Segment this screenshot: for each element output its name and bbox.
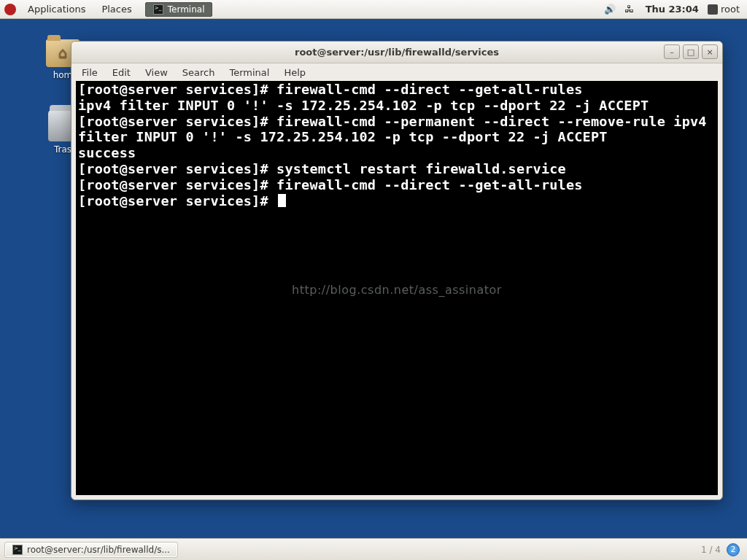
menu-help[interactable]: Help: [278, 66, 311, 79]
menu-edit[interactable]: Edit: [107, 66, 136, 79]
menu-terminal[interactable]: Terminal: [223, 66, 275, 79]
topbar-task-label: Terminal: [168, 4, 205, 15]
menu-search[interactable]: Search: [177, 66, 221, 79]
terminal-icon: [12, 545, 23, 555]
user-menu[interactable]: root: [708, 4, 740, 15]
terminal-window: root@server:/usr/lib/firewalld/services …: [71, 41, 723, 500]
volume-icon[interactable]: 🔊: [604, 4, 616, 15]
clock[interactable]: Thu 23:04: [643, 4, 699, 15]
terminal-viewport[interactable]: [root@server services]# firewall-cmd --d…: [76, 81, 718, 495]
watermark: http://blog.csdn.net/ass_assinator: [76, 284, 718, 298]
terminal-line: [root@server services]# firewall-cmd --d…: [78, 177, 583, 192]
close-button[interactable]: ×: [702, 44, 718, 59]
terminal-line: ipv4 filter INPUT 0 '!' -s 172.25.254.10…: [78, 98, 649, 113]
menubar: File Edit View Search Terminal Help: [71, 63, 722, 81]
minimize-button[interactable]: –: [664, 44, 680, 59]
menu-places[interactable]: Places: [94, 1, 139, 18]
taskbar-item-terminal[interactable]: root@server:/usr/lib/firewalld/s...: [4, 542, 178, 558]
taskbar-item-label: root@server:/usr/lib/firewalld/s...: [27, 545, 170, 555]
topbar-task-terminal[interactable]: Terminal: [145, 2, 213, 17]
terminal-icon: [153, 4, 163, 15]
top-panel: Applications Places Terminal 🔊 🖧 Thu 23:…: [0, 0, 747, 19]
menu-view[interactable]: View: [139, 66, 174, 79]
distro-icon[interactable]: [4, 4, 16, 15]
workspace-switcher[interactable]: 2: [727, 543, 740, 556]
terminal-line: [root@server services]# systemctl restar…: [78, 161, 566, 176]
user-label: root: [721, 4, 740, 15]
menu-file[interactable]: File: [76, 66, 104, 79]
pager-label: 1 / 4: [701, 545, 721, 555]
terminal-line: success: [78, 145, 136, 160]
window-title: root@server:/usr/lib/firewalld/services: [71, 47, 722, 58]
maximize-button[interactable]: □: [683, 44, 699, 59]
terminal-line: [root@server services]# firewall-cmd --d…: [78, 82, 583, 97]
bottom-panel: root@server:/usr/lib/firewalld/s... 1 / …: [0, 538, 747, 560]
network-icon[interactable]: 🖧: [624, 4, 634, 15]
cursor: [278, 194, 286, 207]
terminal-line: [root@server services]#: [78, 193, 276, 209]
menu-applications[interactable]: Applications: [20, 1, 93, 18]
user-icon: [708, 4, 718, 15]
titlebar[interactable]: root@server:/usr/lib/firewalld/services …: [71, 42, 722, 63]
terminal-line: [root@server services]# firewall-cmd --p…: [78, 114, 715, 145]
